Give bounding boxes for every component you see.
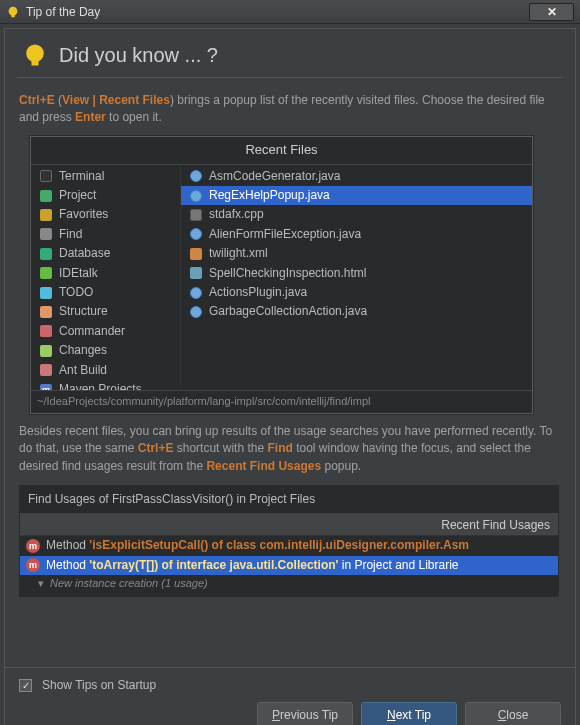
- shortcut-key-enter: Enter: [75, 110, 106, 124]
- shortcut-key-2: Ctrl+E: [138, 441, 174, 455]
- find-usages-item: m Method 'isExplicitSetupCall() of class…: [20, 536, 558, 555]
- lightbulb-icon: [6, 5, 20, 19]
- method-badge-icon: m: [26, 558, 40, 572]
- show-tips-label: Show Tips on Startup: [42, 678, 561, 692]
- next-tip-button[interactable]: Next Tip: [361, 702, 457, 725]
- recent-file-item: GarbageCollectionAction.java: [181, 302, 532, 321]
- menu-path: View | Recent Files: [62, 93, 170, 107]
- recent-find-usages-label: Recent Find Usages: [441, 517, 550, 534]
- tip-paragraph-1: Ctrl+E (View | Recent Files) brings a po…: [19, 92, 561, 127]
- dialog-heading: Did you know ... ?: [59, 44, 218, 67]
- toolwindow-item-maven: mMaven Projects: [31, 380, 180, 390]
- find-usages-title: Find Usages of FirstPassClassVisitor() i…: [20, 486, 558, 514]
- recent-file-item: stdafx.cpp: [181, 205, 532, 224]
- toolwindow-item-find: Find: [31, 225, 180, 244]
- window-title: Tip of the Day: [26, 5, 529, 19]
- toolwindow-item-antbuild: Ant Build: [31, 361, 180, 380]
- recent-file-item: AlienFormFileException.java: [181, 225, 532, 244]
- find-usages-subnode: ▾ New instance creation (1 usage): [20, 575, 558, 593]
- svg-rect-1: [11, 14, 15, 17]
- toolwindow-item-database: Database: [31, 244, 180, 263]
- close-button[interactable]: Close: [465, 702, 561, 725]
- tool-window-name: Find: [267, 441, 292, 455]
- show-tips-checkbox[interactable]: ✓: [19, 679, 32, 692]
- toolwindow-item-changes: Changes: [31, 341, 180, 360]
- svg-rect-3: [32, 60, 39, 65]
- toolwindow-item-terminal: Terminal: [31, 167, 180, 186]
- toolwindow-item-commander: Commander: [31, 322, 180, 341]
- toolwindow-item-todo: TODO: [31, 283, 180, 302]
- previous-tip-button[interactable]: Previous Tip: [257, 702, 353, 725]
- svg-point-0: [9, 6, 18, 15]
- window-close-button[interactable]: ✕: [529, 3, 574, 21]
- recent-file-item-selected: RegExHelpPopup.java: [181, 186, 532, 205]
- method-badge-icon: m: [26, 539, 40, 553]
- find-usages-screenshot: Find Usages of FirstPassClassVisitor() i…: [19, 485, 559, 597]
- recent-file-item: SpellCheckingInspection.html: [181, 264, 532, 283]
- toolwindow-item-favorites: Favorites: [31, 205, 180, 224]
- toolwindow-item-structure: Structure: [31, 302, 180, 321]
- toolwindow-item-project: Project: [31, 186, 180, 205]
- recent-file-item: AsmCodeGenerator.java: [181, 167, 532, 186]
- recent-files-popup-screenshot: Recent Files Terminal Project Favorites …: [29, 135, 534, 415]
- recent-file-path: ~/IdeaProjects/community/platform/lang-i…: [31, 390, 532, 413]
- tip-paragraph-2: Besides recent files, you can bring up r…: [19, 423, 561, 475]
- recent-file-item: ActionsPlugin.java: [181, 283, 532, 302]
- recent-files-title: Recent Files: [31, 137, 532, 165]
- recent-file-item: twilight.xml: [181, 244, 532, 263]
- shortcut-key: Ctrl+E: [19, 93, 55, 107]
- toolwindow-item-idetalk: IDEtalk: [31, 264, 180, 283]
- tree-expand-icon: ▾: [38, 576, 44, 592]
- find-usages-item-selected: m Method 'toArray(T[]) of interface java…: [20, 556, 558, 575]
- tip-lightbulb-icon: [21, 41, 49, 69]
- svg-point-2: [26, 45, 44, 63]
- popup-name: Recent Find Usages: [206, 459, 321, 473]
